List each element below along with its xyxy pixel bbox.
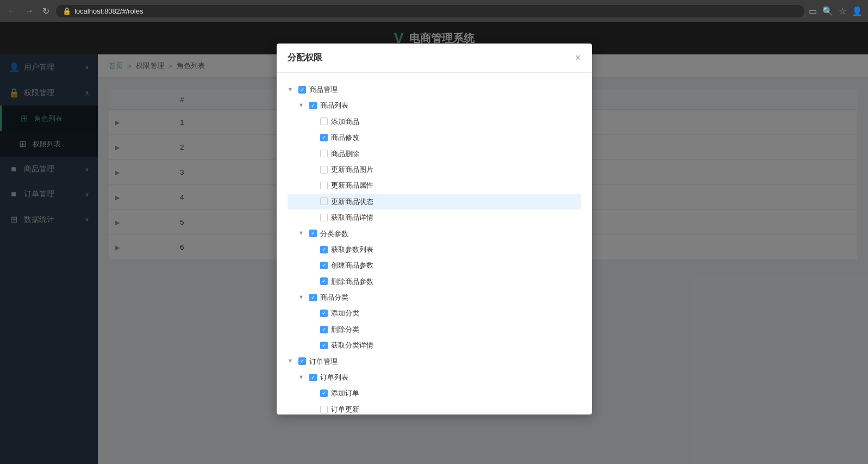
tree-item-update-goods-img[interactable]: 更新商品图片 — [288, 162, 581, 177]
label-delete-goods: 商品删除 — [331, 147, 359, 160]
tree-item-update-order[interactable]: 订单更新 — [288, 401, 581, 415]
modal-overlay[interactable]: 分配权限 × ▼ ✓ 商品管理 ▼ — [0, 22, 868, 464]
address-bar[interactable]: 🔒 localhost:8082/#/roles — [56, 5, 804, 17]
label-goods-category: 商品分类 — [320, 291, 348, 304]
profile-icon[interactable]: 👤 — [852, 6, 863, 16]
tree-item-order-list[interactable]: ▼ ✓ 订单列表 — [288, 369, 581, 385]
tree-expand-icon[interactable]: ▼ — [288, 84, 295, 95]
tree-expand-icon[interactable]: ▼ — [298, 100, 306, 111]
label-goods-list: 商品列表 — [320, 99, 348, 112]
tree-item-delete-goods[interactable]: 商品删除 — [288, 146, 581, 162]
checkbox-add-order[interactable]: ✓ — [320, 389, 328, 397]
checkbox-update-goods-attr[interactable] — [320, 182, 328, 189]
lock-icon: 🔒 — [63, 7, 71, 15]
checkbox-delete-goods[interactable] — [320, 150, 328, 157]
checkbox-add-category[interactable]: ✓ — [320, 310, 328, 317]
label-category-params: 分类参数 — [320, 227, 348, 240]
tree-item-update-goods-status[interactable]: 更新商品状态 — [288, 194, 581, 209]
label-delete-category: 删除分类 — [331, 323, 359, 336]
tree-item-create-params[interactable]: ✓ 创建商品参数 — [288, 257, 581, 273]
label-update-goods-attr: 更新商品属性 — [331, 179, 373, 191]
browser-actions: ▭ 🔍 ☆ 👤 — [809, 6, 863, 16]
tree-item-goods-list[interactable]: ▼ ✓ 商品列表 — [288, 97, 581, 113]
extensions-icon[interactable]: ▭ — [809, 6, 817, 16]
back-button[interactable]: ← — [5, 4, 18, 18]
tree-item-delete-category[interactable]: ✓ 删除分类 — [288, 321, 581, 337]
tree-item-get-category-detail[interactable]: ✓ 获取分类详情 — [288, 337, 581, 353]
modal-body: ▼ ✓ 商品管理 ▼ ✓ 商品列表 — [277, 73, 592, 414]
tree-item-add-order[interactable]: ✓ 添加订单 — [288, 385, 581, 401]
label-update-goods-status: 更新商品状态 — [331, 195, 373, 208]
label-edit-goods: 商品修改 — [331, 131, 359, 144]
url-text: localhost:8082/#/roles — [74, 7, 143, 15]
checkbox-delete-params[interactable]: ✓ — [320, 277, 328, 285]
checkbox-update-goods-img[interactable] — [320, 166, 328, 174]
label-create-params: 创建商品参数 — [331, 259, 373, 271]
checkbox-edit-goods[interactable]: ✓ — [320, 134, 328, 141]
forward-button[interactable]: → — [23, 4, 36, 18]
modal-close-button[interactable]: × — [575, 52, 581, 64]
label-order-list: 订单列表 — [320, 371, 348, 383]
label-update-order: 订单更新 — [331, 403, 359, 415]
tree-item-goods-category[interactable]: ▼ ✓ 商品分类 — [288, 289, 581, 305]
tree-expand-icon[interactable]: ▼ — [298, 228, 306, 239]
label-order-management: 订单管理 — [309, 355, 338, 368]
checkbox-order-management[interactable]: ✓ — [298, 357, 306, 365]
tree-node-orders: ▼ ✓ 订单管理 ▼ ✓ 订单列表 ✓ — [288, 354, 581, 415]
label-get-goods-detail: 获取商品详情 — [331, 211, 373, 224]
checkbox-category-params[interactable]: ✓ — [309, 230, 317, 237]
label-update-goods-img: 更新商品图片 — [331, 163, 373, 176]
tree-item-order-management[interactable]: ▼ ✓ 订单管理 — [288, 354, 581, 369]
app-container: V 电商管理系统 👤 用户管理 ∨ 🔒 权限管理 ∧ ⊞ — [0, 22, 868, 464]
tree-item-delete-params[interactable]: ✓ 删除商品参数 — [288, 274, 581, 289]
tree-expand-icon[interactable]: ▼ — [298, 292, 306, 303]
tree-item-goods-management[interactable]: ▼ ✓ 商品管理 — [288, 82, 581, 97]
label-add-category: 添加分类 — [331, 307, 359, 319]
tree-item-get-goods-detail[interactable]: 获取商品详情 — [288, 209, 581, 225]
tree-node-goods-category: ▼ ✓ 商品分类 ✓ 添加分类 ✓ — [288, 289, 581, 354]
reload-button[interactable]: ↻ — [40, 4, 52, 18]
tree-item-edit-goods[interactable]: ✓ 商品修改 — [288, 129, 581, 145]
tree-node-goods-list: ▼ ✓ 商品列表 添加商品 ✓ — [288, 97, 581, 225]
label-delete-params: 删除商品参数 — [331, 275, 373, 288]
tree-expand-icon[interactable]: ▼ — [288, 356, 295, 367]
bookmark-icon[interactable]: ☆ — [839, 6, 846, 16]
checkbox-update-order[interactable] — [320, 406, 328, 413]
modal-header: 分配权限 × — [277, 44, 592, 73]
tree-item-get-params-list[interactable]: ✓ 获取参数列表 — [288, 242, 581, 257]
tree-item-add-category[interactable]: ✓ 添加分类 — [288, 305, 581, 321]
checkbox-goods-list[interactable]: ✓ — [309, 102, 317, 109]
tree-item-update-goods-attr[interactable]: 更新商品属性 — [288, 177, 581, 193]
tree-node-goods: ▼ ✓ 商品管理 ▼ ✓ 商品列表 — [288, 82, 581, 354]
label-get-params-list: 获取参数列表 — [331, 243, 373, 256]
checkbox-get-params-list[interactable]: ✓ — [320, 246, 328, 253]
checkbox-delete-category[interactable]: ✓ — [320, 326, 328, 333]
browser-chrome: ← → ↻ 🔒 localhost:8082/#/roles ▭ 🔍 ☆ 👤 — [0, 0, 868, 22]
checkbox-goods-management[interactable]: ✓ — [298, 86, 306, 94]
label-add-order: 添加订单 — [331, 387, 359, 399]
label-get-category-detail: 获取分类详情 — [331, 339, 373, 351]
label-goods-management: 商品管理 — [309, 83, 338, 96]
tree-node-category-params: ▼ ✓ 分类参数 ✓ 获取参数列表 ✓ — [288, 226, 581, 290]
modal-title: 分配权限 — [288, 52, 322, 64]
checkbox-add-goods[interactable] — [320, 117, 328, 125]
checkbox-get-goods-detail[interactable] — [320, 214, 328, 221]
checkbox-goods-category[interactable]: ✓ — [309, 294, 317, 301]
assign-permissions-modal: 分配权限 × ▼ ✓ 商品管理 ▼ — [277, 44, 592, 414]
tree-item-add-goods[interactable]: 添加商品 — [288, 114, 581, 129]
checkbox-get-category-detail[interactable]: ✓ — [320, 342, 328, 349]
search-icon[interactable]: 🔍 — [822, 6, 833, 16]
checkbox-create-params[interactable]: ✓ — [320, 262, 328, 269]
tree-expand-icon[interactable]: ▼ — [298, 372, 306, 383]
checkbox-order-list[interactable]: ✓ — [309, 374, 317, 381]
checkbox-update-goods-status[interactable] — [320, 197, 328, 205]
tree-item-category-params[interactable]: ▼ ✓ 分类参数 — [288, 226, 581, 242]
tree-node-order-list: ▼ ✓ 订单列表 ✓ 添加订单 — [288, 369, 581, 414]
label-add-goods: 添加商品 — [331, 115, 359, 128]
